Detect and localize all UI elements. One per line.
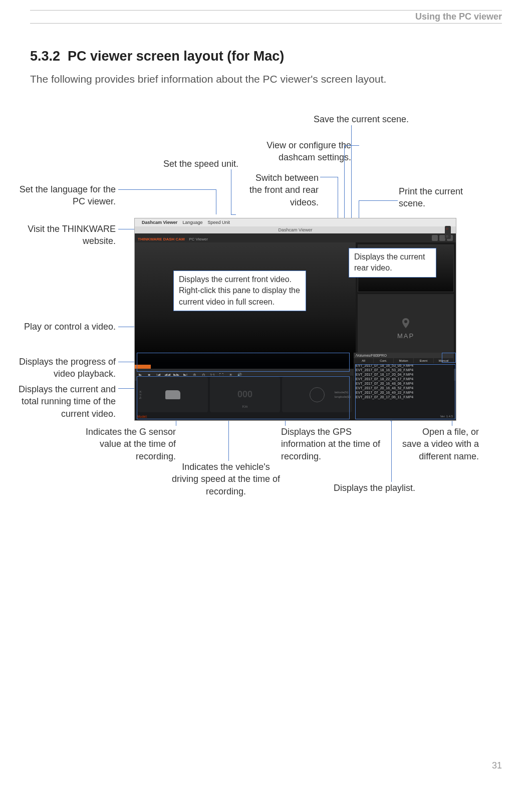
callout-switch: Switch between the front and rear videos… xyxy=(241,172,319,208)
menu-language[interactable]: Language xyxy=(182,220,202,225)
highlight-playlist xyxy=(355,364,455,419)
highlight-controls xyxy=(137,353,350,372)
tab-motion[interactable]: Motion xyxy=(394,358,414,363)
breadcrumb-text: Using the PC viewer xyxy=(415,12,502,22)
callout-playlist: Displays the playlist. xyxy=(334,482,415,494)
annotation-front-video: Displays the current front video. Right-… xyxy=(173,271,306,311)
playlist-tabs[interactable]: All Cont. Motion Event Manual xyxy=(354,358,454,363)
callout-configure: View or configure the dashcam settings. xyxy=(251,139,351,164)
brand-label[interactable]: THINKWARE DASH CAM xyxy=(138,237,185,241)
app-name[interactable]: Dashcam Viewer xyxy=(142,220,177,225)
callout-speed-unit: Set the speed unit. xyxy=(163,158,238,170)
highlight-file-btns xyxy=(442,353,456,363)
switch-camera-icon[interactable] xyxy=(445,226,451,239)
callout-open-file: Open a file, or save a video with a diff… xyxy=(401,426,479,462)
app-toolbar: THINKWARE DASH CAM PC Viewer xyxy=(135,233,456,242)
menu-speed-unit[interactable]: Speed Unit xyxy=(207,220,230,225)
callout-gps: Displays the GPS information at the time… xyxy=(281,426,381,462)
page-number: 31 xyxy=(492,760,502,771)
callout-speed: Indicates the vehicle's driving speed at… xyxy=(171,461,281,497)
tab-cont[interactable]: Cont. xyxy=(374,358,394,363)
callout-gsensor: Indicates the G sensor value at the time… xyxy=(66,426,176,462)
map-pin-icon xyxy=(400,317,412,329)
callout-print: Print the current scene. xyxy=(399,185,471,210)
window-titlebar: Dashcam Viewer xyxy=(135,226,456,233)
playlist-path: /Volumes/F800PRO xyxy=(354,353,454,358)
menubar[interactable]: Dashcam Viewer Language Speed Unit xyxy=(135,218,456,226)
callout-save-scene: Save the current scene. xyxy=(314,113,409,125)
diagram: Save the current scene. View or configur… xyxy=(31,105,501,521)
subbrand-label: PC Viewer xyxy=(189,237,208,241)
callout-play: Play or control a video. xyxy=(1,321,116,333)
annotation-rear-video: Displays the current rear video. xyxy=(349,248,436,278)
callout-progress: Displays the progress of video playback. xyxy=(1,356,116,380)
section-title: 5.3.2 PC viewer screen layout (for Mac) xyxy=(30,49,502,64)
callout-website: Visit the THINKWARE website. xyxy=(16,223,116,247)
callout-language: Set the language for the PC viewer. xyxy=(16,183,116,208)
settings-icon[interactable] xyxy=(432,235,438,241)
highlight-gauges xyxy=(137,376,350,419)
header-breadcrumb: Using the PC viewer xyxy=(30,10,502,24)
tab-event[interactable]: Event xyxy=(414,358,434,363)
section-description: The following provides brief information… xyxy=(30,73,502,85)
callout-runtime: Displays the current and total running t… xyxy=(1,383,116,420)
tab-all[interactable]: All xyxy=(354,358,374,363)
